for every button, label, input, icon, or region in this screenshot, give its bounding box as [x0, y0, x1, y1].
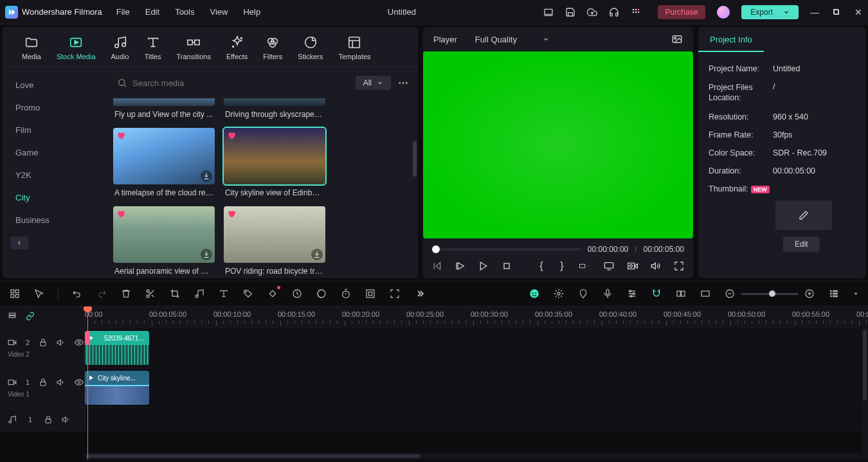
playhead[interactable] [87, 307, 88, 459]
category-y2k[interactable]: Y2K [3, 164, 105, 186]
mute-icon[interactable] [57, 378, 66, 387]
display-icon[interactable] [603, 260, 615, 272]
category-business[interactable]: Business [3, 209, 105, 231]
edit-button[interactable]: Edit [783, 236, 820, 252]
cut-icon[interactable] [145, 288, 156, 299]
tab-transitions[interactable]: Transitions [170, 32, 217, 67]
crop-icon[interactable] [169, 288, 181, 299]
media-thumb[interactable] [113, 98, 215, 106]
menu-edit[interactable]: Edit [145, 7, 159, 17]
scrub-slider[interactable] [432, 248, 581, 251]
zoom-in-icon[interactable] [804, 288, 815, 299]
apps-icon[interactable] [631, 7, 641, 17]
tab-stickers[interactable]: Stickers [291, 32, 329, 67]
magnet-icon[interactable] [651, 288, 662, 299]
menu-file[interactable]: File [116, 7, 130, 17]
purchase-button[interactable]: Purchase [658, 5, 706, 19]
text-icon[interactable] [218, 288, 230, 299]
layout-icon[interactable] [9, 288, 21, 299]
fullscreen-icon[interactable] [674, 260, 684, 272]
mixer-icon[interactable] [626, 288, 638, 299]
download-icon[interactable] [311, 249, 323, 260]
mute-icon[interactable] [62, 415, 71, 424]
timer-icon[interactable] [340, 288, 352, 299]
snapshot-icon[interactable] [671, 33, 683, 45]
zoom-out-icon[interactable] [724, 288, 736, 299]
ai-icon[interactable] [529, 288, 540, 299]
media-scrollbar[interactable] [413, 102, 417, 272]
window-minimize[interactable]: — [810, 8, 819, 17]
media-thumb[interactable] [224, 98, 325, 106]
speed-icon[interactable] [291, 288, 303, 299]
more-options-icon[interactable] [396, 76, 410, 90]
search-input[interactable] [132, 78, 347, 88]
tab-titles[interactable]: Titles [138, 32, 168, 67]
mark-in-icon[interactable]: { [538, 260, 545, 272]
export-button[interactable]: Export [741, 5, 799, 19]
redo-icon[interactable] [96, 288, 107, 299]
user-avatar[interactable] [717, 6, 730, 19]
undo-icon[interactable] [71, 288, 83, 299]
media-thumb[interactable] [224, 206, 325, 263]
zoom-slider[interactable] [741, 293, 799, 295]
frame-icon[interactable] [700, 288, 711, 299]
lock-icon[interactable] [39, 378, 48, 387]
play-pause-icon[interactable] [455, 260, 466, 272]
view-mode-icon[interactable] [828, 288, 840, 299]
window-close[interactable]: ✕ [854, 8, 863, 17]
ratio-icon[interactable] [579, 260, 590, 272]
tag-icon[interactable] [242, 288, 254, 299]
favorite-icon[interactable] [226, 130, 237, 141]
preview-viewport[interactable] [423, 51, 693, 238]
favorite-icon[interactable] [116, 130, 126, 141]
category-collapse-button[interactable] [10, 236, 28, 249]
more-tools-icon[interactable] [413, 288, 425, 299]
green-screen-icon[interactable] [365, 288, 376, 299]
window-maximize[interactable] [832, 8, 841, 17]
headphones-icon[interactable] [609, 7, 619, 17]
visibility-icon[interactable] [75, 378, 84, 387]
download-icon[interactable] [201, 249, 212, 260]
delete-icon[interactable] [120, 288, 132, 299]
play-icon[interactable] [478, 260, 489, 272]
tab-media[interactable]: Media [15, 32, 48, 67]
thumbnail-preview[interactable] [775, 200, 832, 230]
project-info-tab[interactable]: Project Info [698, 27, 764, 52]
volume-icon[interactable] [651, 260, 661, 272]
timeline-ruler[interactable]: 00:0000:00:05:0000:00:10:0000:00:15:0000… [85, 307, 868, 328]
color-icon[interactable] [316, 288, 327, 299]
lock-icon[interactable] [39, 338, 48, 347]
category-film[interactable]: Film [3, 119, 105, 141]
mic-icon[interactable] [602, 288, 613, 299]
link-toggle-icon[interactable] [26, 312, 35, 321]
menu-view[interactable]: View [210, 7, 228, 17]
tab-audio[interactable]: Audio [105, 32, 136, 67]
dropdown-icon[interactable] [853, 288, 859, 299]
timeline-horizontal-scrollbar[interactable] [85, 453, 868, 459]
lock-icon[interactable] [44, 415, 53, 424]
menu-help[interactable]: Help [243, 7, 260, 17]
marker-icon[interactable] [577, 288, 589, 299]
tab-filters[interactable]: Filters [257, 32, 289, 67]
media-thumb-selected[interactable] [224, 128, 325, 184]
download-icon[interactable] [201, 170, 212, 182]
media-thumb[interactable] [113, 206, 215, 263]
favorite-icon[interactable] [116, 209, 126, 219]
mute-icon[interactable] [57, 338, 66, 347]
tab-templates[interactable]: Templates [332, 32, 377, 67]
mark-out-icon[interactable]: } [558, 260, 566, 272]
visibility-icon[interactable] [75, 338, 84, 347]
tab-stock-media[interactable]: Stock Media [50, 32, 102, 67]
settings-icon[interactable] [553, 288, 565, 299]
tab-effects[interactable]: Effects [220, 32, 254, 67]
filter-dropdown[interactable]: All [356, 76, 391, 90]
keyframe-icon[interactable] [267, 288, 278, 299]
expand-icon[interactable] [389, 288, 401, 299]
device-icon[interactable] [543, 7, 554, 17]
timeline-vertical-scrollbar[interactable] [862, 328, 868, 453]
player-tab[interactable]: Player [433, 35, 457, 44]
menu-tools[interactable]: Tools [175, 7, 194, 17]
category-game[interactable]: Game [3, 141, 105, 164]
save-icon[interactable] [565, 7, 575, 17]
category-love[interactable]: Love [3, 74, 105, 96]
